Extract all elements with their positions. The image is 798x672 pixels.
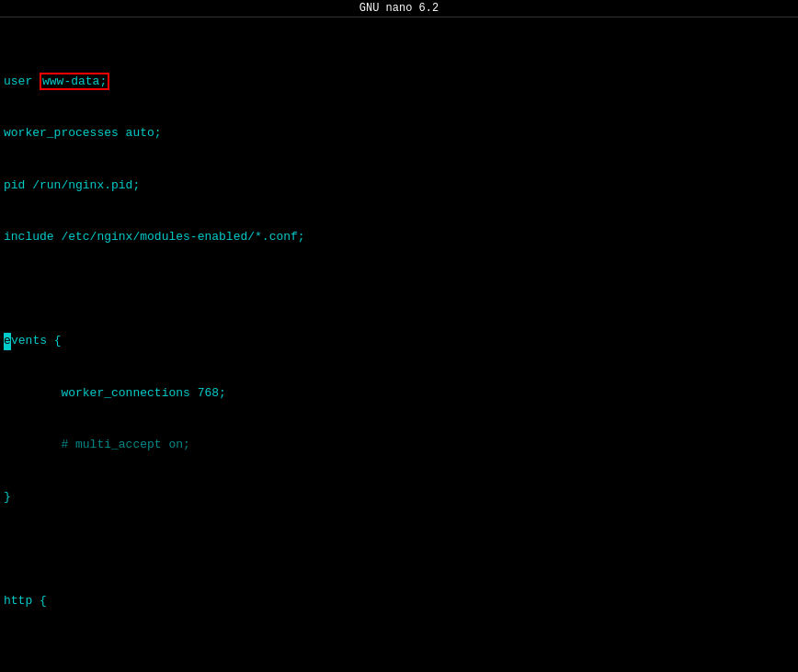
- line-5: [0, 281, 798, 299]
- line-7: worker_connections 768;: [0, 385, 798, 403]
- line-8: # multi_accept on;: [0, 437, 798, 454]
- highlighted-value: www-data;: [40, 73, 109, 90]
- title-label: GNU nano 6.2: [359, 2, 439, 15]
- line-1: user www-data;: [0, 74, 798, 91]
- title-bar: GNU nano 6.2: [0, 0, 798, 17]
- line-11: http {: [0, 593, 798, 610]
- user-keyword: user: [4, 74, 40, 88]
- line-3: pid /run/nginx.pid;: [0, 177, 798, 195]
- line-6: events {: [0, 333, 798, 350]
- line-10: [0, 541, 798, 558]
- line-2: worker_processes auto;: [0, 125, 798, 142]
- cursor: e: [4, 333, 11, 350]
- line-9: }: [0, 489, 798, 507]
- line-12: [0, 644, 798, 662]
- line-4: include /etc/nginx/modules-enabled/*.con…: [0, 229, 798, 246]
- editor-area[interactable]: user www-data; worker_processes auto; pi…: [0, 17, 798, 672]
